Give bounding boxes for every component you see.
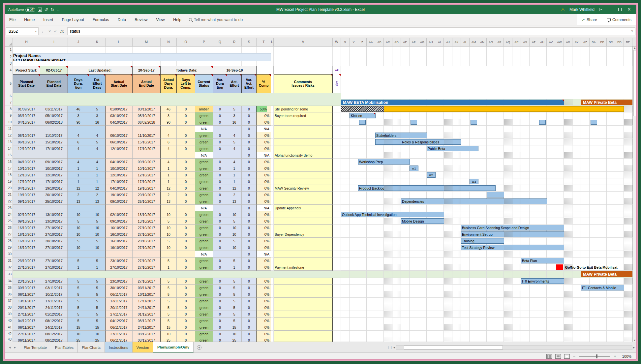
formula-bar-expand-icon[interactable]: ˅ — [631, 29, 633, 33]
column-header-H[interactable]: H — [13, 38, 40, 46]
empty-cell[interactable] — [271, 231, 274, 238]
cell[interactable]: 0% — [257, 291, 271, 298]
empty-cell[interactable] — [271, 46, 274, 53]
cell[interactable]: 12 — [89, 185, 106, 192]
cell[interactable]: 0 — [177, 331, 195, 337]
cell[interactable]: 0% — [257, 298, 271, 304]
cell[interactable]: green — [195, 165, 213, 172]
cell[interactable] — [213, 126, 227, 132]
cell[interactable]: N/A — [257, 126, 271, 132]
cell[interactable]: 10 — [161, 331, 177, 337]
cell[interactable]: 5 — [68, 285, 89, 291]
row-header-34[interactable]: 34 — [5, 278, 13, 285]
cell[interactable]: 5 — [161, 238, 177, 244]
cell[interactable]: 0 — [242, 238, 257, 244]
redo-icon[interactable]: ↻ — [51, 8, 54, 12]
sheet-tab-Instructions[interactable]: Instructions — [105, 342, 133, 352]
cell[interactable]: 17/10/2017 — [40, 178, 68, 185]
cell[interactable]: 0% — [257, 185, 271, 192]
cell[interactable]: 16/10/2017 — [106, 238, 133, 244]
cell[interactable]: 10 — [227, 331, 242, 337]
cell[interactable]: 4 — [161, 159, 177, 165]
empty-cell[interactable] — [257, 61, 271, 66]
cell[interactable]: 10 — [89, 244, 106, 251]
cell[interactable] — [68, 205, 89, 211]
cell[interactable]: 0 — [213, 324, 227, 331]
cell[interactable]: 0 — [213, 318, 227, 324]
empty-cell[interactable] — [333, 285, 341, 291]
cancel-icon[interactable]: × — [48, 29, 51, 34]
cell[interactable]: 0% — [257, 311, 271, 318]
empty-cell[interactable] — [271, 132, 274, 139]
cell[interactable]: 0 — [177, 145, 195, 152]
cell[interactable]: 0 — [213, 278, 227, 285]
cell[interactable] — [40, 126, 68, 132]
cell[interactable]: 12/10/2017 — [13, 172, 40, 178]
cell[interactable]: 0 — [177, 198, 195, 205]
empty-cell[interactable] — [271, 225, 274, 231]
cell[interactable]: 0 — [177, 304, 195, 311]
column-header-AY[interactable]: AY — [572, 38, 581, 46]
cell[interactable]: 15/10/2017 — [133, 139, 161, 145]
cell[interactable]: 01/09/2017 — [13, 106, 40, 112]
cell[interactable]: 1 — [227, 264, 242, 271]
menu-file[interactable]: File — [5, 14, 20, 25]
info-value[interactable]: 16-Sep-19 — [213, 66, 257, 74]
empty-cell[interactable] — [271, 211, 274, 218]
cell[interactable]: 20/10/2017 — [133, 192, 161, 198]
cell[interactable]: 0 — [177, 311, 195, 318]
share-button[interactable]: ↗Share — [577, 14, 602, 25]
comment-cell[interactable]: Buyer Dependency — [274, 231, 333, 238]
cell[interactable]: 09/10/2017 — [106, 198, 133, 205]
comments-button[interactable]: Comments — [602, 14, 636, 25]
cell[interactable]: 5 — [161, 304, 177, 311]
empty-cell[interactable] — [13, 61, 40, 66]
row-header-7[interactable]: 7 — [5, 99, 13, 106]
cell[interactable]: 5 — [227, 285, 242, 291]
cell[interactable]: 1 — [161, 165, 177, 172]
cell[interactable]: 5 — [227, 106, 242, 112]
cell[interactable]: 0 — [177, 244, 195, 251]
empty-cell[interactable] — [333, 291, 341, 298]
column-header-O[interactable]: O — [177, 38, 195, 46]
comment-cell[interactable] — [274, 251, 333, 258]
horizontal-scrollbar[interactable]: ⋮⋮ ◂ ▸ — [385, 342, 636, 352]
cell[interactable]: green — [195, 218, 213, 225]
row-header-19[interactable]: 19 — [5, 178, 13, 185]
cell[interactable]: N/A — [195, 251, 213, 258]
cell[interactable]: 5 — [89, 285, 106, 291]
row-header-8[interactable]: 8 — [5, 106, 13, 112]
cell[interactable]: 16/10/2017 — [106, 231, 133, 238]
cell[interactable] — [13, 251, 40, 258]
cell[interactable]: green — [195, 159, 213, 165]
cell[interactable] — [227, 205, 242, 211]
column-header-AV[interactable]: AV — [547, 38, 555, 46]
cell[interactable]: 02/10/2017 — [106, 211, 133, 218]
cell[interactable]: 0 — [213, 106, 227, 112]
cell[interactable]: 0 — [213, 304, 227, 311]
cell[interactable]: 10 — [68, 225, 89, 231]
empty-cell[interactable] — [271, 61, 274, 66]
phase-bar[interactable]: MAW Private Beta — [581, 100, 632, 105]
cell[interactable]: 24/11/2017 — [133, 324, 161, 331]
column-header-AX[interactable]: AX — [564, 38, 572, 46]
cell[interactable] — [13, 126, 40, 132]
empty-cell[interactable] — [195, 61, 213, 66]
empty-cell[interactable] — [89, 61, 106, 66]
cell[interactable]: 03/10/2017 — [106, 112, 133, 119]
cell[interactable]: 1 — [227, 172, 242, 178]
cell[interactable]: 0 — [242, 106, 257, 112]
empty-cell[interactable] — [271, 178, 274, 185]
cell[interactable]: 06/11/2017 — [13, 324, 40, 331]
empty-cell[interactable] — [333, 112, 341, 119]
cell[interactable]: 0 — [242, 139, 257, 145]
cell[interactable]: 5 — [89, 311, 106, 318]
cell[interactable] — [106, 251, 133, 258]
cell[interactable]: 0% — [257, 145, 271, 152]
cell[interactable]: 04/10/2017 — [106, 185, 133, 192]
empty-cell[interactable] — [271, 192, 274, 198]
cell[interactable]: green — [195, 258, 213, 264]
cell[interactable]: 4 — [227, 159, 242, 165]
cell[interactable]: 15 — [161, 324, 177, 331]
empty-cell[interactable] — [271, 324, 274, 331]
